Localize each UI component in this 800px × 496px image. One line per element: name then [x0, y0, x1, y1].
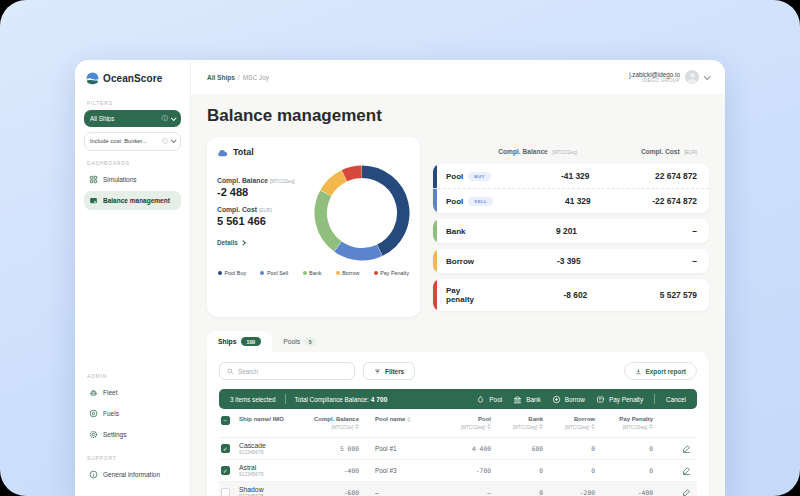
col-pool[interactable]: Pool[MTCO2eq]	[429, 416, 491, 431]
ship-imo: 912345678	[239, 450, 301, 455]
sidebar-item-label: General information	[103, 471, 160, 478]
divider	[654, 394, 655, 404]
search-box[interactable]	[219, 362, 355, 380]
cell-pay-penalty: 0	[595, 467, 653, 474]
search-input[interactable]	[238, 368, 347, 375]
sort-icon[interactable]	[649, 424, 653, 429]
cell-pay-penalty: -400	[595, 489, 653, 496]
col-ship-name[interactable]: Ship name/ IMO	[239, 416, 301, 424]
user-organization: IDEGO GROUP	[629, 78, 680, 83]
col-compl-balance[interactable]: Compl. Balance[MTCO2e]	[301, 416, 359, 431]
plus-circle-icon	[552, 395, 561, 404]
color-bar	[433, 189, 437, 213]
sell-badge: SELL	[468, 197, 493, 206]
cell-balance: -600	[301, 489, 359, 496]
sidebar-item-fleet[interactable]: Fleet	[84, 383, 181, 402]
breadcrumb-parent[interactable]: All Ships	[207, 74, 235, 81]
donut-segment-pool-sell	[338, 247, 380, 255]
legend-dot	[218, 271, 222, 275]
cell-balance: -400	[301, 467, 359, 474]
gear-icon	[89, 430, 98, 439]
page-background: OceanScore FILTERS All Ships ⓘ Include c…	[0, 0, 800, 496]
page-title: Balance management	[207, 106, 709, 126]
pencil-icon	[682, 466, 691, 475]
legend-dot	[260, 271, 264, 275]
compl-balance-value: -2 488	[217, 186, 308, 198]
pay-penalty-action-button[interactable]: Pay Penalty	[596, 395, 643, 404]
table-row[interactable]: ✓ Cascade912345678 5 000 Pool #1 4 400 6…	[219, 438, 697, 460]
info-icon: ⓘ	[162, 115, 169, 122]
edit-button[interactable]	[682, 444, 691, 453]
tab-pools[interactable]: Pools 5	[272, 331, 327, 352]
summary-header: Compl. Balance [MTCO2eq] Compl. Cost [EU…	[433, 137, 709, 164]
donut-segment-borrow	[326, 176, 344, 193]
sidebar: OceanScore FILTERS All Ships ⓘ Include c…	[75, 60, 191, 496]
table-row[interactable]: ✓ Astral912345679 -400 Pool #3 -700 0 0 …	[219, 460, 697, 482]
col-bank[interactable]: Bank[MTCO2eq]	[491, 416, 543, 431]
bank-icon	[513, 395, 522, 404]
col-pool-name[interactable]: Pool name	[359, 416, 429, 424]
download-icon	[635, 368, 642, 375]
balance-value: -41 329	[491, 171, 590, 181]
dashboards-section-label: DASHBOARDS	[87, 160, 178, 166]
row-checkbox[interactable]: ✓	[221, 466, 230, 475]
cell-balance: 5 000	[301, 445, 359, 452]
col-borrow[interactable]: Borrow[MTCO2eq]	[543, 416, 595, 431]
breadcrumb-separator: /	[238, 74, 240, 81]
filters-button[interactable]: Filters	[363, 362, 415, 380]
legend-item: Borrow	[336, 270, 360, 276]
legend-item: Pool Buy	[218, 270, 246, 276]
color-bar	[433, 249, 437, 273]
cancel-button[interactable]: Cancel	[666, 396, 686, 403]
total-card-title: Total	[233, 147, 254, 157]
borrow-action-button[interactable]: Borrow	[552, 395, 585, 404]
sidebar-spacer	[84, 212, 181, 365]
search-icon	[227, 368, 234, 375]
bank-action-button[interactable]: Bank	[513, 395, 541, 404]
col-pay-penalty[interactable]: Pay Penalty[MTCO2eq]	[595, 416, 653, 431]
donut-segment-pool-buy	[362, 172, 403, 251]
ships-filter-value: All Ships	[90, 115, 158, 122]
cell-bank: 0	[491, 489, 543, 496]
total-card: Total Compl. Balance [MTCO2eq] -2 488 Co…	[207, 137, 420, 317]
cell-borrow: -200	[543, 489, 595, 496]
export-report-button[interactable]: Export report	[624, 362, 697, 380]
row-checkbox[interactable]	[221, 488, 230, 496]
chevron-down-icon	[171, 138, 177, 144]
sidebar-item-simulations[interactable]: Simulations	[84, 170, 181, 189]
cost-filter-dropdown[interactable]: Include cost: Bunker... ⓘ	[84, 132, 181, 151]
row-checkbox[interactable]: ✓	[221, 444, 230, 453]
sidebar-item-balance-management[interactable]: Balance management	[84, 191, 181, 210]
app-window: OceanScore FILTERS All Ships ⓘ Include c…	[75, 60, 725, 496]
legend-item: Pool Sell	[260, 270, 288, 276]
ships-filter-dropdown[interactable]: All Ships ⓘ	[84, 110, 181, 127]
breadcrumb: All Ships/MSC Joy	[207, 74, 269, 81]
borrow-summary-card: Borrow -3 395 –	[433, 249, 709, 273]
details-link[interactable]: Details	[217, 239, 244, 246]
cost-value: -22 674 872	[591, 196, 697, 206]
action-buttons: Pool Bank Borrow	[476, 394, 686, 404]
user-menu[interactable]: j.zabicki@idego.io IDEGO GROUP	[629, 70, 709, 84]
edit-button[interactable]	[682, 488, 691, 496]
edit-button[interactable]	[682, 466, 691, 475]
pool-action-button[interactable]: Pool	[476, 395, 502, 404]
admin-section-label: ADMIN	[87, 373, 178, 379]
sidebar-item-settings[interactable]: Settings	[84, 425, 181, 444]
sidebar-item-general-information[interactable]: General information	[84, 465, 181, 484]
pay-penalty-summary-card: Pay penalty -8 602 5 527 579	[433, 279, 709, 311]
table-row[interactable]: Shadow912345678 -600 – – 0 -200 -400	[219, 482, 697, 496]
sort-icon[interactable]	[407, 417, 411, 422]
sort-icon[interactable]	[355, 424, 359, 429]
summary-row-pool-sell: Pool SELL 41 329 -22 674 872	[433, 188, 709, 213]
donut-segment-pay-penalty	[344, 172, 361, 176]
sidebar-item-label: Fuels	[103, 410, 119, 417]
info-circle-icon	[89, 470, 98, 479]
cell-pool: –	[429, 489, 491, 496]
tab-ships[interactable]: Ships 100	[207, 331, 272, 352]
compl-cost-label: Compl. Cost [EUR]	[217, 206, 308, 213]
sidebar-item-fuels[interactable]: Fuels	[84, 404, 181, 423]
select-all-checkbox[interactable]: –	[221, 416, 230, 425]
top-bar: All Ships/MSC Joy j.zabicki@idego.io IDE…	[191, 60, 725, 94]
cell-pay-penalty: 0	[595, 445, 653, 452]
legend-item: Bank	[303, 270, 322, 276]
